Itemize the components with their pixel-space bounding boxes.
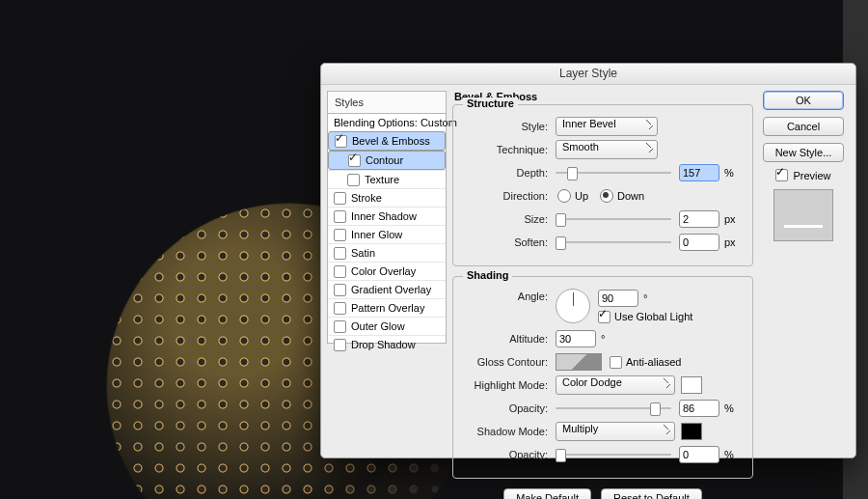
shadow-opacity-label: Opacity: bbox=[461, 449, 556, 460]
size-label: Size: bbox=[461, 213, 556, 225]
canvas-background: Layer Style Styles Blending Options: Cus… bbox=[0, 0, 868, 499]
antialiased-label: Anti-aliased bbox=[626, 356, 681, 368]
altitude-label: Altitude: bbox=[461, 333, 556, 345]
style-label: Style: bbox=[461, 121, 556, 132]
styles-list: Styles Blending Options: Custom Bevel & … bbox=[327, 91, 447, 344]
gloss-contour-picker[interactable] bbox=[556, 353, 602, 371]
angle-label: Angle: bbox=[461, 291, 556, 302]
new-style-button[interactable]: New Style... bbox=[763, 143, 844, 162]
shadow-mode-select[interactable]: Multiply bbox=[556, 422, 675, 441]
structure-group: Structure Style: Inner Bevel Technique: … bbox=[452, 104, 753, 266]
global-light-checkbox[interactable] bbox=[598, 311, 610, 323]
gloss-contour-label: Gloss Contour: bbox=[461, 356, 556, 368]
shading-legend: Shading bbox=[463, 269, 512, 281]
direction-label: Direction: bbox=[461, 190, 556, 202]
shading-group: Shading Angle: ° Use Global Light bbox=[452, 276, 753, 479]
checkbox-icon[interactable] bbox=[334, 302, 346, 315]
depth-input[interactable] bbox=[679, 164, 719, 181]
soften-input[interactable] bbox=[679, 234, 719, 251]
checkbox-icon[interactable] bbox=[334, 247, 346, 260]
shadow-color-swatch[interactable] bbox=[681, 423, 702, 440]
style-blending-options[interactable]: Blending Options: Custom bbox=[328, 113, 446, 131]
depth-label: Depth: bbox=[461, 167, 556, 179]
cancel-button[interactable]: Cancel bbox=[763, 117, 844, 136]
preview-checkbox[interactable] bbox=[775, 169, 788, 181]
reset-to-default-button[interactable]: Reset to Default bbox=[601, 488, 702, 499]
style-inner-shadow[interactable]: Inner Shadow bbox=[328, 207, 446, 225]
styles-header[interactable]: Styles bbox=[328, 92, 446, 113]
preview-label: Preview bbox=[793, 170, 830, 181]
highlight-opacity-slider[interactable] bbox=[556, 402, 671, 415]
shadow-opacity-input[interactable] bbox=[679, 446, 719, 463]
highlight-mode-label: Highlight Mode: bbox=[461, 379, 556, 391]
checkbox-icon[interactable] bbox=[348, 154, 361, 167]
shadow-opacity-slider[interactable] bbox=[556, 448, 671, 461]
layer-style-dialog: Layer Style Styles Blending Options: Cus… bbox=[320, 63, 856, 458]
checkbox-icon[interactable] bbox=[334, 284, 346, 296]
checkbox-icon[interactable] bbox=[334, 339, 346, 351]
style-inner-glow[interactable]: Inner Glow bbox=[328, 225, 446, 243]
dialog-title: Layer Style bbox=[321, 64, 855, 85]
shadow-mode-label: Shadow Mode: bbox=[461, 426, 556, 437]
style-satin[interactable]: Satin bbox=[328, 243, 446, 262]
style-stroke[interactable]: Stroke bbox=[328, 188, 446, 207]
checkbox-icon[interactable] bbox=[334, 210, 346, 223]
highlight-opacity-label: Opacity: bbox=[461, 402, 556, 414]
size-unit: px bbox=[724, 213, 736, 225]
global-light-label: Use Global Light bbox=[614, 311, 692, 322]
make-default-button[interactable]: Make Default bbox=[503, 488, 591, 499]
style-contour[interactable]: Contour bbox=[328, 151, 446, 170]
style-texture[interactable]: Texture bbox=[328, 170, 446, 188]
structure-legend: Structure bbox=[463, 97, 518, 109]
size-slider[interactable] bbox=[556, 212, 671, 226]
depth-slider[interactable] bbox=[556, 166, 671, 180]
dialog-buttons: OK Cancel New Style... Preview bbox=[757, 91, 850, 241]
antialiased-checkbox[interactable] bbox=[610, 356, 622, 369]
checkbox-icon[interactable] bbox=[334, 229, 346, 241]
depth-unit: % bbox=[724, 167, 734, 179]
direction-down-radio[interactable] bbox=[600, 189, 613, 203]
style-select[interactable]: Inner Bevel bbox=[556, 117, 658, 136]
style-bevel-emboss[interactable]: Bevel & Emboss bbox=[328, 131, 446, 151]
size-input[interactable] bbox=[679, 210, 719, 228]
style-outer-glow[interactable]: Outer Glow bbox=[328, 317, 446, 335]
style-drop-shadow[interactable]: Drop Shadow bbox=[328, 335, 446, 353]
soften-label: Soften: bbox=[461, 236, 556, 248]
checkbox-icon[interactable] bbox=[334, 265, 346, 278]
soften-unit: px bbox=[724, 236, 736, 248]
checkbox-icon[interactable] bbox=[347, 174, 360, 186]
direction-up-radio[interactable] bbox=[557, 189, 571, 203]
highlight-color-swatch[interactable] bbox=[681, 376, 702, 394]
checkbox-icon[interactable] bbox=[334, 192, 346, 205]
soften-slider[interactable] bbox=[556, 236, 671, 249]
style-pattern-overlay[interactable]: Pattern Overlay bbox=[328, 298, 446, 317]
style-color-overlay[interactable]: Color Overlay bbox=[328, 262, 446, 280]
angle-dial[interactable] bbox=[556, 289, 590, 323]
preview-thumbnail bbox=[773, 189, 833, 241]
checkbox-icon[interactable] bbox=[334, 320, 346, 333]
altitude-input[interactable] bbox=[556, 330, 596, 347]
angle-input[interactable] bbox=[598, 290, 638, 307]
highlight-mode-select[interactable]: Color Dodge bbox=[556, 375, 675, 395]
options-panel: Bevel & Emboss Structure Style: Inner Be… bbox=[452, 91, 753, 450]
highlight-opacity-input[interactable] bbox=[679, 400, 719, 417]
ok-button[interactable]: OK bbox=[763, 91, 844, 110]
checkbox-icon[interactable] bbox=[335, 135, 347, 148]
technique-select[interactable]: Smooth bbox=[556, 140, 658, 159]
technique-label: Technique: bbox=[461, 144, 556, 155]
style-gradient-overlay[interactable]: Gradient Overlay bbox=[328, 280, 446, 298]
